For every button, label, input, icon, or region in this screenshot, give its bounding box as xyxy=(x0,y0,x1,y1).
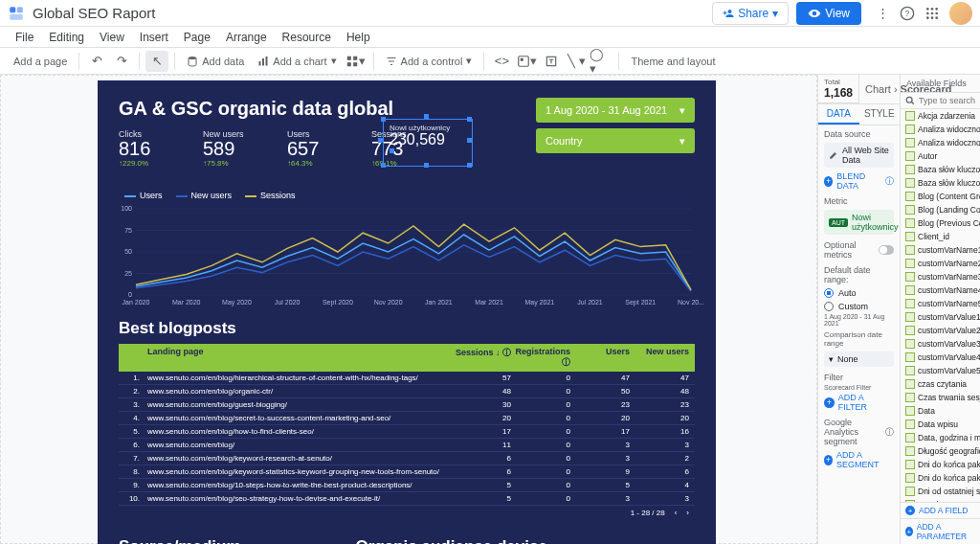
field-item[interactable]: customVarValue4 xyxy=(901,351,980,364)
metric-label: Metric xyxy=(818,193,900,208)
svg-point-8 xyxy=(926,11,929,14)
add-control-button[interactable]: Add a control ▾ xyxy=(380,55,479,67)
add-filter-button[interactable]: +ADD A FILTER xyxy=(818,391,900,414)
field-item[interactable]: Długość geograficzna xyxy=(901,444,980,458)
more-menu-button[interactable]: ⋮ xyxy=(871,2,894,25)
field-item[interactable]: Akcja zdarzenia xyxy=(901,109,980,123)
scorecard-new-users[interactable]: New users589↑75.8% xyxy=(203,129,260,168)
field-item[interactable]: Dni od ostatniej sesji xyxy=(901,485,980,498)
menu-insert[interactable]: Insert xyxy=(132,31,176,44)
field-item[interactable]: Blog (Landing Conten xyxy=(901,203,980,216)
breadcrumb-chart[interactable]: Chart xyxy=(865,83,891,95)
country-picker[interactable]: Country▾ xyxy=(536,128,695,153)
data-source-chip[interactable]: All Web Site Data xyxy=(824,143,894,168)
field-item[interactable]: customVarValue5 xyxy=(901,364,980,377)
field-item[interactable]: Dni do końca pakietu xyxy=(901,458,980,471)
radio-custom[interactable]: Custom xyxy=(818,300,900,313)
text-button[interactable] xyxy=(540,51,563,72)
radio-auto[interactable]: Auto xyxy=(818,286,900,300)
add-field-button[interactable]: +ADD A FIELD xyxy=(901,502,980,518)
share-button[interactable]: Share ▾ xyxy=(712,2,789,25)
add-parameter-button[interactable]: +ADD A PARAMETER xyxy=(901,518,980,544)
menu-arrange[interactable]: Arrange xyxy=(218,31,275,44)
chevron-left-icon[interactable]: ‹ xyxy=(675,509,678,517)
selected-scorecard[interactable]: Nowi użytkownicy 230,569 xyxy=(383,119,473,167)
field-item[interactable]: customVarName5 xyxy=(901,297,980,310)
theme-layout-button[interactable]: Theme and layout xyxy=(625,56,721,67)
svg-point-14 xyxy=(189,57,196,59)
table-pager[interactable]: 1 - 28 / 28‹› xyxy=(119,506,695,520)
add-page-button[interactable]: Add a page xyxy=(8,56,73,67)
table-row[interactable]: 3.www.senuto.com/en/blog/guest-blogging/… xyxy=(119,398,695,412)
available-fields-label: Available Fields xyxy=(901,75,980,93)
field-item[interactable]: Analiza widocznosci ( xyxy=(901,123,980,136)
add-segment-button[interactable]: +ADD A SEGMENT xyxy=(818,448,900,471)
view-button[interactable]: View xyxy=(796,2,861,25)
report-title[interactable]: Global SEO Raport xyxy=(33,5,155,21)
field-item[interactable]: Dni do końca pakietu xyxy=(901,471,980,485)
field-item[interactable]: customVarName1 xyxy=(901,243,980,257)
url-embed-button[interactable]: <> xyxy=(490,51,513,72)
field-item[interactable]: Data, godzina i minuty xyxy=(901,431,980,444)
date-range-picker[interactable]: 1 Aug 2020 - 31 Aug 2021▾ xyxy=(536,98,695,123)
field-item[interactable]: customVarValue1 xyxy=(901,310,980,324)
field-item[interactable]: Data wpisu xyxy=(901,418,980,431)
table-row[interactable]: 4.www.senuto.com/en/blog/secret-to-succe… xyxy=(119,412,695,425)
chevron-down-icon: ▾ xyxy=(679,104,685,117)
table-row[interactable]: 7.www.senuto.com/en/blog/keyword-researc… xyxy=(119,452,695,465)
apps-button[interactable] xyxy=(921,2,944,25)
field-item[interactable]: Analiza widocznosci ( xyxy=(901,136,980,149)
undo-button[interactable]: ↶ xyxy=(85,51,108,72)
field-item[interactable]: Client_id xyxy=(901,230,980,243)
menu-editing[interactable]: Editing xyxy=(41,31,92,44)
add-data-button[interactable]: Add data xyxy=(181,56,250,67)
help-button[interactable]: ? xyxy=(896,2,919,25)
redo-button[interactable]: ↷ xyxy=(110,51,133,72)
community-viz-button[interactable]: ▾ xyxy=(345,51,368,72)
menu-resource[interactable]: Resource xyxy=(275,31,339,44)
add-chart-button[interactable]: Add a chart ▾ xyxy=(252,55,342,67)
shape-button[interactable]: ◯ ▾ xyxy=(590,51,612,72)
search-input[interactable] xyxy=(919,96,976,105)
blend-data-button[interactable]: +BLEND DATAⓘ xyxy=(818,170,900,193)
table-row[interactable]: 8.www.senuto.com/en/blog/keyword-statist… xyxy=(119,465,695,479)
table-row[interactable]: 1.www.senuto.com/en/blog/hierarchical-st… xyxy=(119,372,695,385)
table-row[interactable]: 2.www.senuto.com/en/blog/organic-ctr/480… xyxy=(119,385,695,398)
field-item[interactable]: czas czytania xyxy=(901,377,980,391)
field-item[interactable]: customVarName2 xyxy=(901,257,980,270)
image-button[interactable]: ▾ xyxy=(515,51,538,72)
field-item[interactable]: Baza słów kluczowy... xyxy=(901,176,980,190)
report-page[interactable]: GA & GSC organic data global 1 Aug 2020 … xyxy=(98,80,716,544)
menu-view[interactable]: View xyxy=(92,31,132,44)
field-item[interactable]: Blog (Content Group) xyxy=(901,190,980,203)
table-row[interactable]: 6.www.senuto.com/en/blog/11033 xyxy=(119,439,695,452)
chevron-right-icon[interactable]: › xyxy=(686,509,689,517)
field-item[interactable]: Baza słów kluczowy... xyxy=(901,163,980,176)
field-item[interactable]: customVarName3 xyxy=(901,270,980,283)
timeseries-chart[interactable]: Users New users Sessions 0255075100Jan 2… xyxy=(119,191,695,309)
comparison-none[interactable]: ▾ None xyxy=(824,351,894,367)
menu-file[interactable]: File xyxy=(8,31,41,44)
optional-metrics-toggle[interactable] xyxy=(879,245,894,255)
tab-style[interactable]: STYLE xyxy=(859,104,901,125)
field-item[interactable]: customVarValue2 xyxy=(901,324,980,337)
scorecard-users[interactable]: Users657↑64.3% xyxy=(287,129,345,168)
table-row[interactable]: 9.www.senuto.com/en/blog/10-steps-how-to… xyxy=(119,479,695,492)
table-row[interactable]: 5.www.senuto.com/en/blog/how-to-find-cli… xyxy=(119,425,695,439)
field-item[interactable]: Data xyxy=(901,404,980,418)
field-item[interactable]: customVarName4 xyxy=(901,283,980,297)
line-button[interactable]: ╲ ▾ xyxy=(565,51,588,72)
table-row[interactable]: 10.www.senuto.com/en/blog/seo-strategy-h… xyxy=(119,492,695,506)
field-item[interactable]: Blog (Previous Conten xyxy=(901,216,980,230)
tab-data[interactable]: DATA xyxy=(818,104,859,125)
field-item[interactable]: Czas trwania sesji - z xyxy=(901,391,980,404)
field-search[interactable] xyxy=(901,93,980,109)
menu-help[interactable]: Help xyxy=(339,31,378,44)
metric-chip[interactable]: AUTNowi użytkownicy xyxy=(824,210,894,235)
menu-page[interactable]: Page xyxy=(176,31,218,44)
field-item[interactable]: customVarValue3 xyxy=(901,337,980,351)
selection-tool[interactable]: ↖ xyxy=(145,51,168,72)
field-item[interactable]: Autor xyxy=(901,149,980,163)
scorecard-clicks[interactable]: Clicks816↑229.0% xyxy=(119,129,176,168)
account-avatar[interactable] xyxy=(949,2,972,25)
